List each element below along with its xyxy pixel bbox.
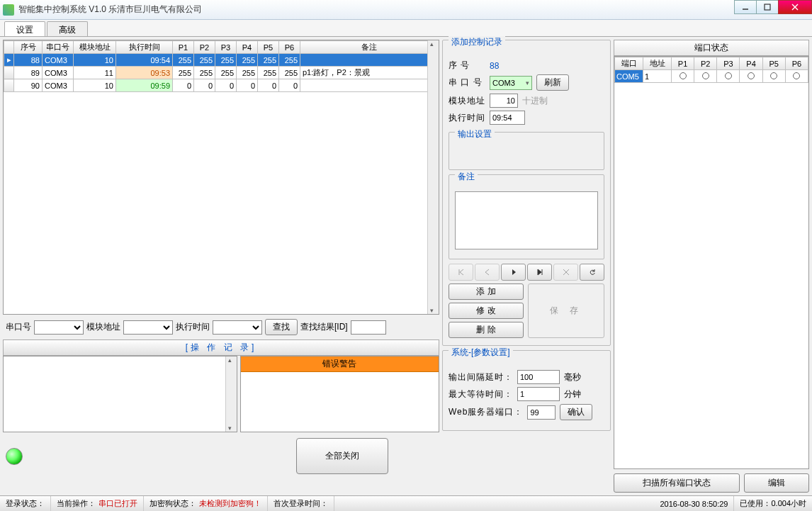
dongle-status: 加密狗状态：未检测到加密狗！ <box>144 496 268 511</box>
find-result-label: 查找结果[ID] <box>300 321 348 333</box>
tab-settings[interactable]: 设置 <box>4 21 45 36</box>
right-column: 端口状态 端口 地址 P1 P2 P3 P4 P5 P6 COM5 1 <box>614 40 809 493</box>
row-indicator <box>4 79 14 92</box>
p1-dot <box>680 72 687 79</box>
col-p3[interactable]: P3 <box>215 41 237 54</box>
col-note[interactable]: 备注 <box>300 41 439 54</box>
wait-unit: 分钟 <box>564 388 581 400</box>
row-indicator <box>4 67 14 79</box>
web-input[interactable] <box>527 405 556 420</box>
col-addr[interactable]: 模块地址 <box>74 41 116 54</box>
output-group: 输出设置 <box>449 132 604 170</box>
cell-p3: 255 <box>215 67 237 79</box>
filter-port-combo[interactable] <box>34 320 84 335</box>
datetime: 2016-08-30 8:50:29 <box>654 496 734 511</box>
window-title: 智能集中控制系统 V1.0 乐清市巨川电气有限公司 <box>18 4 809 16</box>
port-row[interactable]: COM5 1 <box>615 70 808 83</box>
table-scrollbar[interactable] <box>427 40 439 314</box>
nav-next-button[interactable] <box>501 264 526 281</box>
col-time[interactable]: 执行时间 <box>116 41 173 54</box>
cell-note: p1:路灯，P2：景观 <box>300 67 439 79</box>
status-led-icon <box>6 448 23 465</box>
pcol-addr[interactable]: 地址 <box>643 57 672 70</box>
port-table[interactable]: 端口 地址 P1 P2 P3 P4 P5 P6 COM5 1 <box>614 57 808 83</box>
used-time: 已使用：0.004小时 <box>734 496 812 511</box>
wait-label: 最大等待时间： <box>449 388 513 400</box>
left-column: 序号 串口号 模块地址 执行时间 P1 P2 P3 P4 P5 P6 备注 ▸8… <box>3 40 439 493</box>
oplog-box[interactable] <box>3 356 237 432</box>
pcol-port[interactable]: 端口 <box>615 57 643 70</box>
error-box[interactable]: 错误警告 <box>240 356 439 432</box>
pcol-p5[interactable]: P5 <box>762 57 785 70</box>
cell-seq: 88 <box>14 54 43 67</box>
cell-seq: 90 <box>14 79 43 92</box>
system-group: 系统-[参数设置] 输出间隔延时：毫秒 最大等待时间：分钟 Web服务器端口：确… <box>442 350 611 431</box>
find-result-input[interactable] <box>351 320 386 335</box>
filter-addr-combo[interactable] <box>123 320 173 335</box>
scan-ports-button[interactable]: 扫描所有端口状态 <box>614 473 740 493</box>
delete-button[interactable]: 删 除 <box>449 322 524 338</box>
seq-label: 序 号 <box>449 60 485 72</box>
refresh-button[interactable]: 刷新 <box>536 74 569 91</box>
cell-time: 09:53 <box>116 67 173 79</box>
p4-dot <box>748 72 755 79</box>
port-table-wrap: 端口 地址 P1 P2 P3 P4 P5 P6 COM5 1 <box>614 56 809 469</box>
right-buttons: 扫描所有端口状态 编辑 <box>614 469 809 493</box>
p2-dot <box>702 72 709 79</box>
col-port[interactable]: 串口号 <box>43 41 74 54</box>
find-button[interactable]: 查找 <box>265 319 298 335</box>
minimize-button[interactable] <box>734 0 757 14</box>
col-p1[interactable]: P1 <box>173 41 194 54</box>
time-label: 执行时间 <box>449 112 485 124</box>
col-p5[interactable]: P5 <box>258 41 279 54</box>
cell-time: 09:59 <box>116 79 173 92</box>
save-button[interactable]: 保 存 <box>528 283 604 338</box>
table-row[interactable]: ▸88COM31009:54255255255255255255 <box>4 54 439 67</box>
delay-label: 输出间隔延时： <box>449 371 513 383</box>
tab-advanced[interactable]: 高级 <box>47 21 88 36</box>
edit-button[interactable]: 编辑 <box>744 473 809 493</box>
addr-input[interactable] <box>490 94 518 108</box>
wait-input[interactable] <box>517 387 560 401</box>
maximize-button[interactable] <box>756 0 779 14</box>
pcol-p6[interactable]: P6 <box>785 57 808 70</box>
col-p4[interactable]: P4 <box>237 41 258 54</box>
cell-seq: 89 <box>14 67 43 79</box>
pcol-p3[interactable]: P3 <box>717 57 740 70</box>
cell-port: COM3 <box>43 79 74 92</box>
filter-time-combo[interactable] <box>213 320 262 335</box>
mid-buttons: 添 加 修 改 删 除 保 存 <box>449 283 604 338</box>
close-all-button[interactable]: 全部关闭 <box>296 438 388 474</box>
table-row[interactable]: 89COM31109:53255255255255255255p1:路灯，P2：… <box>4 67 439 79</box>
port-status-title: 端口状态 <box>614 40 809 56</box>
pcol-p1[interactable]: P1 <box>672 57 694 70</box>
pcol-p2[interactable]: P2 <box>694 57 717 70</box>
time-input[interactable] <box>490 111 525 125</box>
port-combo[interactable]: COM3 <box>490 76 532 90</box>
tab-strip: 设置 高级 <box>0 20 812 37</box>
cell-p3: 0 <box>215 79 237 92</box>
col-p2[interactable]: P2 <box>194 41 215 54</box>
confirm-button[interactable]: 确认 <box>560 404 592 420</box>
seq-value: 88 <box>490 61 499 71</box>
col-seq[interactable]: 序号 <box>14 41 43 54</box>
error-header: 错误警告 <box>241 356 439 372</box>
records-table[interactable]: 序号 串口号 模块地址 执行时间 P1 P2 P3 P4 P5 P6 备注 ▸8… <box>4 40 439 92</box>
note-group-title: 备注 <box>455 171 478 183</box>
port-cell: COM5 <box>615 70 643 83</box>
close-button[interactable] <box>778 0 812 14</box>
nav-refresh-button[interactable] <box>580 264 604 281</box>
nav-last-button[interactable] <box>527 264 552 281</box>
oplog-scrollbar[interactable] <box>225 356 237 432</box>
note-textarea[interactable] <box>455 191 598 249</box>
col-p6[interactable]: P6 <box>279 41 300 54</box>
note-group: 备注 <box>449 174 604 259</box>
oplog-row: 错误警告 <box>3 356 439 432</box>
table-row[interactable]: 90COM31009:59000000 <box>4 79 439 92</box>
delay-input[interactable] <box>517 370 560 384</box>
add-group-title: 添加控制记录 <box>449 36 505 48</box>
nav-first-button <box>449 264 473 281</box>
modify-button[interactable]: 修 改 <box>449 303 524 319</box>
add-button[interactable]: 添 加 <box>449 283 524 300</box>
pcol-p4[interactable]: P4 <box>740 57 762 70</box>
